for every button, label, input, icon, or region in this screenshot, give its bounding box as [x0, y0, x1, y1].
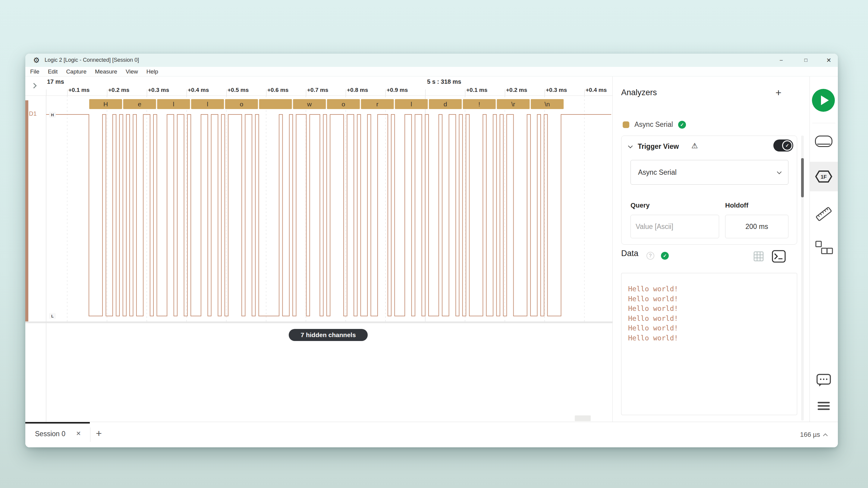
- timeline-tick: [465, 90, 465, 96]
- horizontal-scrollbar[interactable]: [575, 415, 591, 421]
- panel-scrollbar-thumb[interactable]: [801, 158, 804, 197]
- capture-mode-1f-icon[interactable]: 1F: [815, 170, 833, 183]
- minimize-button[interactable]: −: [775, 55, 787, 66]
- collapse-chevron-icon[interactable]: [628, 144, 633, 149]
- timeline-tick: [385, 90, 386, 96]
- session-tab[interactable]: Session 0 ✕: [25, 422, 90, 447]
- tab-separator: [90, 427, 90, 442]
- add-analyzer-button[interactable]: +: [775, 87, 781, 98]
- decoded-byte-label: o: [240, 101, 243, 107]
- timeline-start-label: 17 ms: [47, 78, 64, 85]
- timeline-tick-label: +0.6 ms: [267, 87, 288, 93]
- capture-duration-value: 166 µs: [800, 431, 820, 438]
- timeline-ruler[interactable]: 17 ms 5 s : 318 ms +0.1 ms+0.2 ms+0.3 ms…: [25, 76, 613, 96]
- side-toolbar: 1F: [810, 76, 838, 422]
- toggle-knob-icon: ✓: [782, 140, 792, 151]
- timeline-tick: [545, 90, 545, 96]
- maximize-button[interactable]: □: [800, 55, 812, 66]
- trigger-analyzer-select[interactable]: Async Serial: [630, 160, 788, 185]
- query-input[interactable]: Value [Ascii]: [630, 215, 719, 238]
- feedback-chat-icon[interactable]: [816, 373, 831, 387]
- table-view-icon[interactable]: [753, 251, 764, 261]
- timeline-tick-label: +0.8 ms: [347, 87, 368, 93]
- menu-item-measure[interactable]: Measure: [91, 68, 121, 75]
- analyzers-title: Analyzers: [621, 88, 657, 97]
- query-label: Query: [630, 201, 650, 209]
- app-logo-icon: ⚙: [33, 56, 40, 64]
- timeline-tick-label: +0.3 ms: [148, 87, 169, 93]
- digital-waveform[interactable]: [46, 115, 611, 316]
- timeline-tick: [67, 90, 67, 96]
- trigger-analyzer-value: Async Serial: [638, 168, 677, 176]
- new-session-button[interactable]: +: [96, 427, 102, 439]
- hidden-channels-badge[interactable]: 7 hidden channels: [289, 329, 368, 341]
- timeline-mid-label: 5 s : 318 ms: [427, 78, 461, 85]
- decoded-byte-box[interactable]: [259, 99, 292, 109]
- timeline-tick-label: +0.9 ms: [387, 87, 408, 93]
- timeline-tick-label: +0.4 ms: [586, 87, 607, 93]
- terminal-view-icon[interactable]: [772, 250, 786, 263]
- timeline-tick: [187, 90, 187, 96]
- data-title: Data: [621, 249, 638, 258]
- decoded-byte-label: \n: [545, 101, 550, 107]
- menu-item-view[interactable]: View: [121, 68, 142, 75]
- channel-label[interactable]: D1: [29, 110, 37, 117]
- measure-ruler-icon[interactable]: [815, 205, 832, 222]
- svg-text:1F: 1F: [821, 174, 827, 180]
- timeline-tick-label: +0.4 ms: [188, 87, 209, 93]
- timeline-tick-label: +0.1 ms: [68, 87, 90, 93]
- decoded-byte-label: !: [478, 101, 480, 107]
- close-tab-icon[interactable]: ✕: [76, 430, 81, 437]
- warning-icon: ⚠: [691, 141, 698, 150]
- timeline-tick: [425, 90, 426, 96]
- menu-bar: FileEditCaptureMeasureViewHelp: [25, 67, 838, 76]
- window-title: Logic 2 [Logic - Connected] [Session 0]: [44, 57, 139, 63]
- analyzers-panel: Analyzers + Async Serial ✓ Trigger View …: [613, 76, 809, 422]
- chevron-down-icon: [777, 170, 782, 174]
- decoded-byte-label: l: [410, 101, 412, 107]
- capture-duration[interactable]: 166 µs: [800, 422, 827, 447]
- decoded-byte-label: o: [342, 101, 345, 107]
- play-icon: [821, 96, 829, 105]
- channel-separator: [25, 321, 613, 323]
- decoded-byte-label: w: [307, 101, 312, 107]
- channel-plot[interactable]: Helloworld!\r\n D1 H L 7 hidden channels: [25, 96, 613, 422]
- analyzer-item-async-serial[interactable]: Async Serial: [634, 121, 673, 129]
- timeline-tick-label: +0.5 ms: [227, 87, 249, 93]
- waveform-area: 17 ms 5 s : 318 ms +0.1 ms+0.2 ms+0.3 ms…: [25, 76, 613, 422]
- channel-color-bar[interactable]: [25, 100, 28, 321]
- title-bar: ⚙ Logic 2 [Logic - Connected] [Session 0…: [25, 54, 838, 67]
- trigger-view-card: Trigger View ⚠ ✓ Async Serial Query Hold…: [621, 135, 797, 245]
- holdoff-label: Holdoff: [725, 201, 748, 209]
- timeline-tick: [584, 90, 585, 96]
- help-icon[interactable]: ?: [647, 252, 654, 260]
- start-capture-button[interactable]: [812, 89, 835, 112]
- serial-text: Hello world! Hello world! Hello world! H…: [628, 284, 678, 343]
- decoded-byte-label: r: [376, 101, 378, 107]
- device-settings-icon[interactable]: [815, 135, 832, 147]
- timeline-expand-icon[interactable]: [31, 83, 36, 88]
- timeline-tick: [226, 90, 227, 96]
- timeline-tick-label: +0.2 ms: [108, 87, 129, 93]
- decoded-byte-label: d: [444, 101, 447, 107]
- low-level-marker: L: [49, 313, 56, 319]
- extensions-icon[interactable]: [814, 241, 833, 255]
- decoded-byte-label: H: [103, 101, 108, 107]
- menu-item-file[interactable]: File: [26, 68, 44, 75]
- serial-data-output[interactable]: Hello world! Hello world! Hello world! H…: [621, 273, 797, 415]
- trigger-view-title: Trigger View: [638, 142, 679, 151]
- session-tab-label: Session 0: [35, 430, 65, 438]
- decoded-byte-label: l: [173, 101, 175, 107]
- trigger-view-toggle[interactable]: ✓: [773, 139, 793, 152]
- timeline-tick: [46, 90, 46, 96]
- chevron-up-icon: [823, 433, 828, 438]
- menu-item-help[interactable]: Help: [142, 68, 162, 75]
- menu-item-edit[interactable]: Edit: [44, 68, 62, 75]
- timeline-tick-label: +0.1 ms: [466, 87, 487, 93]
- data-ok-icon: ✓: [661, 252, 669, 260]
- menu-item-capture[interactable]: Capture: [62, 68, 91, 75]
- high-level-marker: H: [49, 112, 56, 118]
- holdoff-input[interactable]: 200 ms: [725, 215, 788, 238]
- timeline-tick-label: +0.3 ms: [546, 87, 567, 93]
- close-button[interactable]: ✕: [823, 55, 835, 66]
